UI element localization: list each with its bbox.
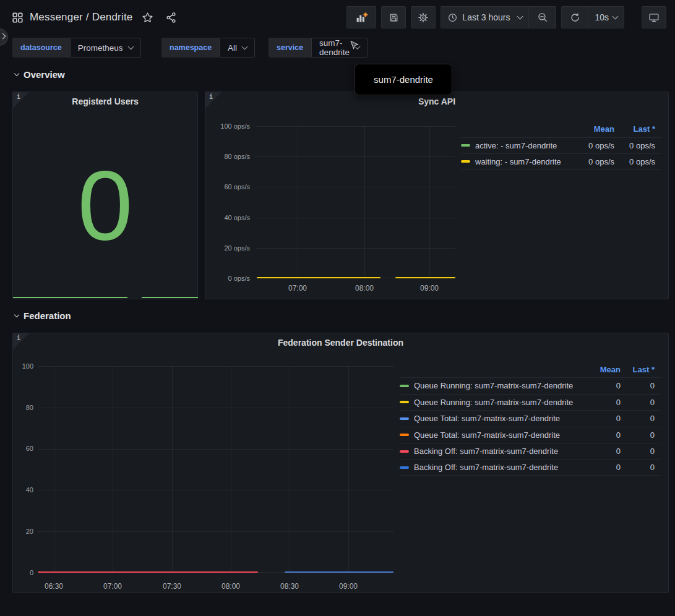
legend-row[interactable]: Queue Running: sum7-matrix-sum7-dendrite… bbox=[400, 394, 661, 411]
add-panel-icon bbox=[355, 11, 368, 24]
x-axis-tick: 09:00 bbox=[414, 283, 445, 293]
legend-series-name[interactable]: waiting: - sum7-dendrite bbox=[475, 157, 576, 166]
variable-namespace-label[interactable]: namespace bbox=[161, 38, 220, 58]
legend-row[interactable]: Queue Total: sum7-matrix-sum7-dendrite 0… bbox=[400, 410, 661, 427]
breadcrumb[interactable]: Messenger / Dendrite bbox=[30, 11, 133, 24]
refresh-interval-label: 10s bbox=[595, 12, 609, 22]
sync-api-plot-area[interactable]: 07:00 08:00 09:00 bbox=[256, 126, 455, 278]
legend-row[interactable]: Queue Total: sum7-matrix-sum7-dendrite 0… bbox=[400, 427, 661, 443]
series-color-swatch bbox=[461, 144, 470, 147]
legend-row[interactable]: Backing Off: sum7-matrix-sum7-dendrite 0… bbox=[400, 460, 661, 476]
variable-datasource: datasource Prometheus bbox=[12, 38, 141, 58]
chevron-down-icon bbox=[14, 312, 19, 317]
legend-mean-value: 0 bbox=[590, 398, 621, 407]
variable-service-value: sum7-dendrite bbox=[319, 38, 351, 57]
legend-last-value: 0 bbox=[621, 430, 655, 440]
y-axis-tick: 100 ops/s bbox=[205, 122, 250, 130]
variable-service-picker[interactable]: sum7-dendrite bbox=[311, 38, 368, 58]
x-axis-tick: 06:30 bbox=[38, 581, 70, 591]
add-panel-button[interactable] bbox=[346, 6, 376, 28]
legend-series-name[interactable]: Backing Off: sum7-matrix-sum7-dendrite bbox=[414, 463, 590, 472]
legend-last-value: 0 bbox=[621, 398, 655, 407]
legend-series-name[interactable]: Queue Running: sum7-matrix-sum7-dendrite bbox=[414, 381, 590, 390]
monitor-icon bbox=[648, 12, 660, 24]
panel-title[interactable]: Registerd Users bbox=[13, 96, 197, 106]
section-overview[interactable]: Overview bbox=[15, 69, 65, 80]
legend-series-name[interactable]: Backing Off: sum7-matrix-sum7-dendrite bbox=[414, 447, 590, 456]
series-color-swatch bbox=[461, 160, 470, 163]
federation-legend: Mean Last * Queue Running: sum7-matrix-s… bbox=[400, 361, 661, 476]
legend-last-value: 0 ops/s bbox=[614, 141, 655, 150]
legend-header-row: Mean Last * bbox=[461, 121, 661, 137]
legend-row[interactable]: Queue Running: sum7-matrix-sum7-dendrite… bbox=[400, 377, 661, 394]
legend-last-value: 0 bbox=[621, 463, 655, 472]
x-axis-tick: 08:30 bbox=[273, 581, 306, 591]
variable-datasource-picker[interactable]: Prometheus bbox=[70, 38, 141, 58]
stat-sparkline-segment bbox=[142, 297, 198, 298]
zoom-out-icon bbox=[537, 12, 548, 23]
y-axis-tick: 0 bbox=[13, 568, 33, 577]
series-color-swatch bbox=[400, 417, 409, 420]
series-line-backing-off-red bbox=[38, 571, 258, 573]
legend-sort-mean[interactable]: Mean bbox=[590, 365, 621, 374]
y-axis-tick: 20 bbox=[13, 527, 33, 536]
chevron-down-icon bbox=[517, 14, 523, 20]
legend-row[interactable]: active: - sum7-dendrite 0 ops/s 0 ops/s bbox=[461, 137, 661, 154]
save-icon bbox=[389, 12, 399, 23]
y-axis-tick: 60 ops/s bbox=[205, 182, 250, 191]
legend-row[interactable]: Backing Off: sum7-matrix-sum7-dendrite 0… bbox=[400, 443, 661, 460]
dashboards-grid-icon[interactable] bbox=[12, 12, 23, 23]
legend-sort-last[interactable]: Last * bbox=[621, 365, 655, 374]
sync-api-legend: Mean Last * active: - sum7-dendrite 0 op… bbox=[461, 121, 661, 170]
legend-series-name[interactable]: Queue Total: sum7-matrix-sum7-dendrite bbox=[414, 414, 590, 423]
refresh-interval-dropdown[interactable]: 10s bbox=[588, 6, 624, 28]
series-line-backing-off-blue bbox=[285, 571, 393, 573]
legend-mean-value: 0 bbox=[590, 447, 621, 456]
legend-series-name[interactable]: Queue Total: sum7-matrix-sum7-dendrite bbox=[414, 430, 590, 440]
variable-datasource-label[interactable]: datasource bbox=[12, 38, 70, 58]
favorite-star-icon[interactable] bbox=[142, 12, 153, 24]
panel-title[interactable]: Sync API bbox=[205, 96, 668, 106]
time-range-label: Last 3 hours bbox=[462, 12, 510, 22]
federation-plot-area[interactable]: 06:30 07:00 07:30 08:00 08:30 09:00 bbox=[38, 366, 393, 573]
legend-sort-last[interactable]: Last * bbox=[614, 124, 655, 134]
clock-icon bbox=[447, 12, 458, 23]
chevron-down-icon bbox=[14, 71, 19, 76]
y-axis-tick: 0 ops/s bbox=[205, 274, 250, 283]
series-line-waiting bbox=[395, 277, 455, 278]
legend-series-name[interactable]: Queue Running: sum7-matrix-sum7-dendrite bbox=[414, 398, 590, 407]
series-color-swatch bbox=[400, 401, 409, 403]
legend-sort-mean[interactable]: Mean bbox=[576, 124, 614, 134]
chevron-down-icon bbox=[127, 44, 134, 50]
chevron-down-icon bbox=[613, 14, 619, 20]
time-range-picker[interactable]: Last 3 hours bbox=[441, 6, 529, 28]
stat-value: 0 bbox=[13, 151, 197, 259]
refresh-button[interactable] bbox=[561, 6, 588, 28]
x-axis-tick: 08:00 bbox=[349, 283, 380, 293]
section-federation[interactable]: Federation bbox=[15, 310, 71, 321]
x-axis-tick: 07:30 bbox=[156, 581, 188, 591]
chevron-down-icon bbox=[242, 44, 248, 50]
legend-last-value: 0 bbox=[621, 447, 655, 456]
share-icon[interactable] bbox=[165, 12, 177, 24]
section-title: Federation bbox=[24, 310, 71, 321]
legend-mean-value: 0 ops/s bbox=[576, 141, 614, 150]
save-dashboard-button[interactable] bbox=[381, 6, 406, 28]
legend-mean-value: 0 bbox=[590, 430, 621, 440]
legend-series-name[interactable]: active: - sum7-dendrite bbox=[475, 141, 576, 150]
zoom-out-time-button[interactable] bbox=[529, 6, 556, 28]
y-axis-tick: 40 bbox=[13, 486, 33, 494]
kiosk-mode-button[interactable] bbox=[642, 6, 666, 28]
legend-row[interactable]: waiting: - sum7-dendrite 0 ops/s 0 ops/s bbox=[461, 153, 661, 170]
dashboard-toolbar: Last 3 hours 10s bbox=[346, 6, 666, 28]
panel-title[interactable]: Federation Sender Destination bbox=[13, 338, 668, 348]
x-axis-tick: 08:00 bbox=[215, 581, 247, 591]
dashboard-settings-button[interactable] bbox=[411, 6, 436, 28]
variable-namespace-picker[interactable]: All bbox=[220, 38, 255, 58]
variable-service-label[interactable]: service bbox=[269, 38, 311, 58]
legend-last-value: 0 bbox=[621, 381, 655, 390]
y-axis-tick: 20 ops/s bbox=[205, 244, 250, 252]
y-axis-tick: 100 bbox=[13, 362, 33, 370]
legend-mean-value: 0 bbox=[590, 381, 621, 390]
stat-sparkline-segment bbox=[13, 297, 127, 298]
